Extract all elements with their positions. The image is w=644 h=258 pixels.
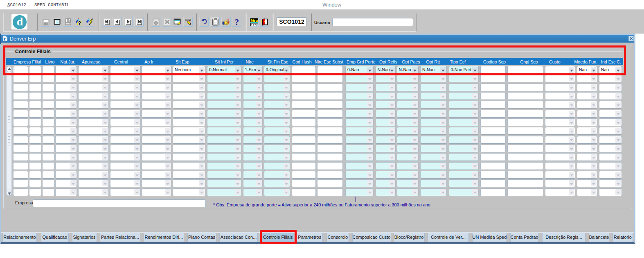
svg-text:?: ?	[78, 20, 81, 26]
svg-text:Menu: Menu	[251, 18, 258, 23]
svg-text:?: ?	[235, 18, 239, 26]
